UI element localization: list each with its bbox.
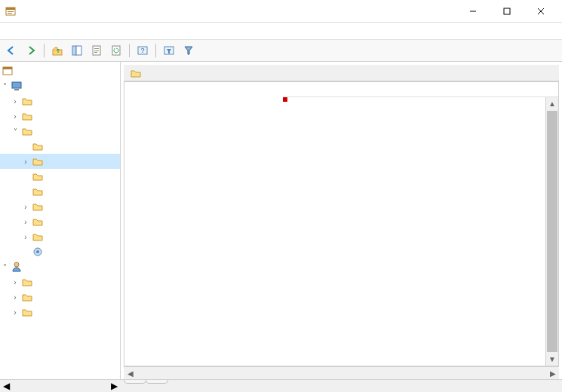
- scroll-right-icon[interactable]: ▶: [546, 367, 559, 380]
- tree-root[interactable]: [0, 63, 120, 78]
- svg-rect-8: [53, 50, 62, 55]
- svg-rect-13: [94, 51, 99, 51]
- tree-software-settings[interactable]: ›: [0, 93, 120, 109]
- expand-icon[interactable]: ›: [11, 277, 20, 286]
- menu-view[interactable]: [29, 29, 38, 32]
- folder-icon: [32, 201, 44, 213]
- folder-icon: [21, 276, 33, 288]
- tree-user-software[interactable]: ›: [0, 274, 120, 289]
- folder-icon: [21, 110, 33, 122]
- tab-extended[interactable]: [124, 380, 146, 384]
- svg-rect-9: [72, 46, 76, 55]
- expand-icon[interactable]: ›: [11, 292, 20, 302]
- collapse-icon[interactable]: ˅: [0, 262, 9, 271]
- horizontal-scrollbar-right[interactable]: ◀ ▶: [124, 366, 559, 379]
- svg-text:?: ?: [140, 47, 144, 54]
- svg-rect-10: [76, 46, 81, 55]
- gpedit-icon: [2, 65, 14, 77]
- svg-rect-21: [12, 82, 21, 88]
- folder-icon: [32, 155, 44, 167]
- svg-rect-14: [94, 52, 97, 53]
- tree-network[interactable]: ›: [0, 214, 120, 229]
- bottom-bar: ◀ ▶: [0, 379, 562, 392]
- svg-rect-5: [504, 8, 510, 14]
- folder-icon: [32, 185, 44, 198]
- forward-button[interactable]: [23, 42, 39, 59]
- svg-rect-22: [14, 89, 19, 90]
- collapse-icon[interactable]: ˅: [0, 81, 9, 90]
- close-button[interactable]: [524, 1, 557, 22]
- scroll-left-icon[interactable]: ◀: [0, 381, 13, 391]
- tree-control-panel[interactable]: ›: [0, 199, 120, 214]
- tree-admin-templates[interactable]: ˅: [0, 124, 120, 139]
- folder-icon: [21, 306, 33, 318]
- toolbar: ?: [0, 39, 562, 62]
- tree-system[interactable]: ›: [0, 229, 120, 244]
- tree-all-settings[interactable]: [0, 244, 120, 259]
- help-button[interactable]: ?: [134, 42, 151, 59]
- expand-icon[interactable]: ›: [11, 308, 20, 317]
- settings-icon: [32, 246, 44, 258]
- gpedit-icon: [5, 5, 17, 17]
- show-hide-button[interactable]: [69, 42, 85, 59]
- svg-rect-2: [8, 11, 14, 12]
- svg-rect-3: [8, 13, 12, 14]
- vertical-scrollbar[interactable]: ▲ ▼: [545, 97, 558, 366]
- properties-button[interactable]: [88, 42, 105, 59]
- tree-server[interactable]: [0, 184, 120, 199]
- minimize-button[interactable]: [456, 1, 490, 22]
- back-button[interactable]: [3, 42, 20, 59]
- expand-icon[interactable]: ›: [21, 202, 30, 211]
- scroll-thumb[interactable]: [547, 111, 557, 352]
- tree-user-admin[interactable]: ›: [0, 305, 120, 320]
- folder-icon: [32, 231, 44, 243]
- svg-rect-12: [94, 48, 99, 49]
- svg-rect-20: [3, 67, 12, 69]
- menu-file[interactable]: [5, 29, 14, 32]
- tab-standard[interactable]: [146, 380, 168, 384]
- up-button[interactable]: [49, 42, 66, 59]
- user-icon: [11, 261, 23, 273]
- column-header-settings[interactable]: [283, 82, 558, 97]
- menu-help[interactable]: [41, 29, 50, 32]
- refresh-button[interactable]: [108, 42, 124, 59]
- folder-icon: [32, 216, 44, 228]
- filter-icon[interactable]: [180, 42, 197, 59]
- highlight-box: [283, 97, 287, 102]
- expand-icon[interactable]: ›: [21, 232, 30, 241]
- titlebar: [0, 0, 562, 23]
- right-pane: ▲ ▼ ◀ ▶: [121, 62, 562, 379]
- maximize-button[interactable]: [490, 1, 524, 22]
- scroll-right-icon[interactable]: ▶: [108, 381, 121, 391]
- folder-icon: [21, 125, 33, 137]
- tree-computer-config[interactable]: ˅: [0, 78, 120, 93]
- svg-rect-1: [6, 8, 15, 10]
- computer-icon: [11, 80, 23, 92]
- folder-icon: [32, 140, 44, 152]
- expand-icon[interactable]: ›: [11, 96, 20, 106]
- folder-icon: [21, 95, 33, 107]
- nav-tree[interactable]: ˅ › › ˅ ›: [0, 62, 121, 379]
- folder-icon: [130, 67, 142, 79]
- svg-point-24: [36, 250, 39, 253]
- scroll-down-icon[interactable]: ▼: [546, 353, 558, 366]
- expand-icon[interactable]: ›: [21, 157, 30, 166]
- menu-action[interactable]: [17, 29, 26, 32]
- tree-user-config[interactable]: ˅: [0, 259, 120, 274]
- settings-list-panel: ▲ ▼: [283, 82, 558, 366]
- scroll-left-icon[interactable]: ◀: [124, 367, 137, 380]
- tree-printers[interactable]: [0, 169, 120, 184]
- breadcrumb: [124, 65, 559, 81]
- scroll-up-icon[interactable]: ▲: [546, 97, 558, 110]
- tree-start-menu[interactable]: [0, 139, 120, 154]
- tree-windows-settings[interactable]: ›: [0, 109, 120, 124]
- body-split: ˅ › › ˅ ›: [0, 62, 562, 379]
- tree-user-windows[interactable]: ›: [0, 289, 120, 305]
- expand-icon[interactable]: ›: [11, 112, 20, 121]
- filter-options-icon[interactable]: [161, 42, 177, 59]
- tree-windows-components[interactable]: ›: [0, 154, 120, 169]
- svg-point-25: [14, 262, 19, 267]
- expand-icon[interactable]: ›: [21, 217, 30, 226]
- horizontal-scrollbar-left[interactable]: ◀ ▶: [0, 380, 121, 392]
- collapse-icon[interactable]: ˅: [11, 127, 20, 136]
